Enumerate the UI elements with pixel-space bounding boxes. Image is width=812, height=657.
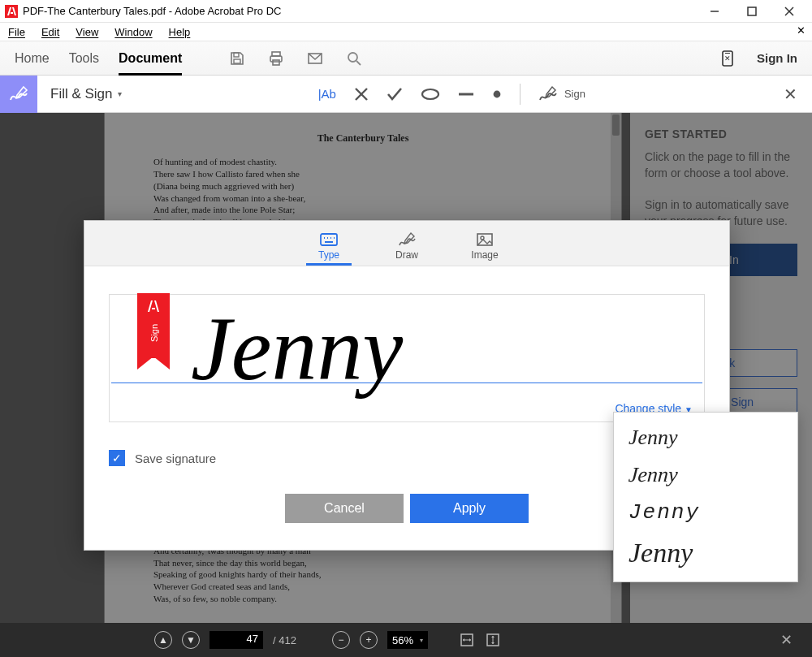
svg-point-11 — [348, 53, 357, 62]
fillsign-label[interactable]: Fill & Sign ▾ — [37, 86, 135, 102]
x-mark-tool[interactable] — [354, 87, 369, 102]
page-number-input[interactable]: 47 — [209, 631, 263, 649]
apply-button[interactable]: Apply — [410, 494, 529, 523]
style-option-4[interactable]: Jenny — [614, 531, 797, 575]
window-maximize-button[interactable] — [741, 3, 763, 19]
cancel-button[interactable]: Cancel — [285, 494, 404, 523]
save-signature-checkbox[interactable]: ✓ — [109, 450, 125, 466]
menu-help[interactable]: Help — [161, 24, 199, 40]
tab-type[interactable]: Type — [306, 231, 352, 266]
top-toolbar: Home Tools Document ✕ Sign In — [0, 41, 812, 76]
close-fillsign-button[interactable]: ✕ — [769, 84, 812, 104]
page-total-label: / 412 — [273, 634, 296, 646]
svg-rect-6 — [234, 59, 240, 63]
tab-draw[interactable]: Draw — [384, 231, 430, 266]
dot-tool[interactable] — [492, 89, 502, 99]
menubar: File Edit View Window Help ✕ — [0, 23, 812, 41]
sign-tool[interactable]: Sign — [538, 85, 585, 103]
svg-point-18 — [422, 89, 438, 99]
right-panel-instruction-1: Click on the page to fill in the form or… — [645, 149, 797, 182]
fit-page-icon[interactable] — [485, 632, 501, 648]
sign-tool-label: Sign — [564, 88, 585, 100]
signin-link[interactable]: Sign In — [757, 51, 797, 65]
nav-document[interactable]: Document — [119, 51, 182, 76]
app-icon — [5, 5, 18, 18]
signature-style-dropdown: Jenny Jenny Jenny Jenny — [613, 412, 798, 582]
window-title: PDF-The Canterbury Tales.pdf - Adobe Acr… — [23, 5, 703, 17]
tab-image[interactable]: Image — [462, 231, 508, 266]
window-close-button[interactable] — [778, 3, 801, 19]
image-icon — [476, 231, 494, 248]
svg-rect-9 — [273, 60, 279, 65]
sign-here-ribbon: Sign — [137, 293, 170, 358]
svg-point-32 — [481, 236, 484, 240]
window-minimize-button[interactable] — [703, 3, 726, 19]
zoom-chevron-icon: ▾ — [420, 637, 423, 644]
svg-rect-8 — [270, 56, 282, 62]
tab-draw-label: Draw — [395, 249, 418, 261]
bottombar-close[interactable]: ✕ — [780, 631, 797, 649]
zoom-out-button[interactable]: − — [332, 631, 350, 649]
signature-text-input[interactable]: Jenny — [191, 267, 403, 431]
text-tool[interactable]: |Ab — [318, 87, 336, 101]
nav-tools[interactable]: Tools — [69, 51, 99, 66]
mobile-icon[interactable]: ✕ — [718, 49, 737, 68]
chevron-down-icon: ▾ — [118, 89, 122, 98]
bottom-pagebar: ▲ ▼ 47 / 412 − + 56% ▾ ✕ — [0, 623, 812, 657]
svg-rect-0 — [5, 5, 18, 18]
signature-preview-box: Sign Jenny Change style▼ — [109, 294, 705, 422]
print-icon[interactable] — [266, 49, 286, 68]
svg-rect-25 — [321, 234, 337, 245]
style-option-3[interactable]: Jenny — [614, 494, 797, 531]
style-option-1[interactable]: Jenny — [614, 419, 797, 456]
draw-icon — [398, 231, 416, 248]
zoom-value: 56% — [392, 634, 413, 646]
check-mark-tool[interactable] — [387, 87, 403, 102]
mail-icon[interactable] — [305, 49, 325, 68]
keyboard-icon — [320, 231, 338, 248]
svg-text:✕: ✕ — [724, 54, 731, 63]
menu-file[interactable]: File — [5, 24, 33, 40]
fillsign-label-text: Fill & Sign — [50, 86, 113, 102]
svg-point-20 — [493, 90, 500, 97]
fit-width-icon[interactable] — [459, 632, 475, 648]
svg-rect-2 — [748, 7, 756, 15]
save-signature-label: Save signature — [135, 452, 216, 465]
page-up-button[interactable]: ▲ — [154, 631, 172, 649]
window-titlebar: PDF-The Canterbury Tales.pdf - Adobe Acr… — [0, 0, 812, 23]
fillsign-active-icon — [0, 76, 37, 113]
save-icon[interactable] — [227, 49, 247, 68]
line-tool[interactable] — [458, 91, 474, 97]
tab-image-label: Image — [471, 249, 498, 261]
nav-home[interactable]: Home — [15, 51, 50, 66]
style-option-2[interactable]: Jenny — [612, 456, 798, 494]
menu-window[interactable]: Window — [106, 24, 160, 40]
tab-type-label: Type — [318, 249, 339, 261]
doc-title: The Canterbury Tales — [105, 132, 621, 145]
ribbon-text: Sign — [149, 301, 159, 342]
menu-edit[interactable]: Edit — [33, 24, 67, 40]
menubar-close-doc[interactable]: ✕ — [797, 24, 806, 37]
toolbar-divider — [520, 84, 520, 105]
svg-line-12 — [356, 61, 361, 65]
right-panel-heading: GET STARTED — [645, 128, 797, 140]
signature-input-tabs: Type Draw Image — [84, 221, 729, 266]
page-down-button[interactable]: ▼ — [182, 631, 200, 649]
oval-tool[interactable] — [421, 88, 440, 101]
zoom-in-button[interactable]: + — [360, 631, 378, 649]
zoom-input[interactable]: 56% ▾ — [387, 631, 428, 649]
menu-view[interactable]: View — [67, 24, 106, 40]
search-icon[interactable] — [344, 49, 364, 68]
fillsign-toolbar: Fill & Sign ▾ |Ab Sign ✕ — [0, 76, 812, 113]
